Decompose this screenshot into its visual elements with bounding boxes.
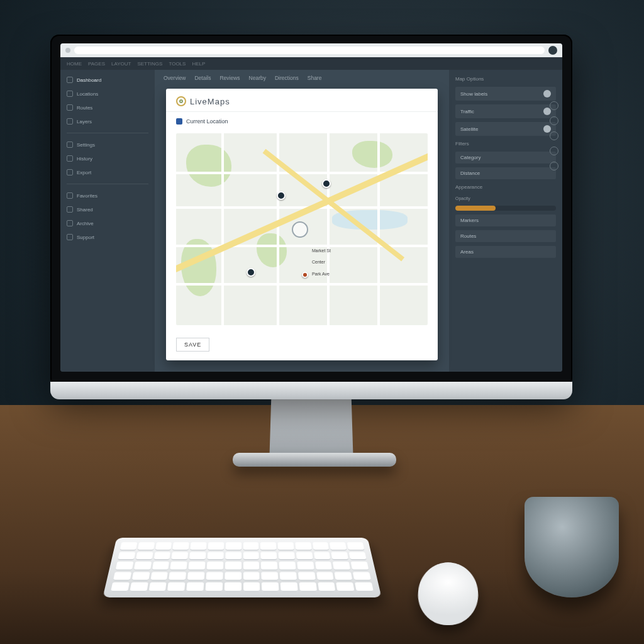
content-tabs: Overview Details Reviews Nearby Directio… [155, 70, 449, 85]
right-icon-rail [550, 101, 558, 170]
coffee-mug [525, 497, 619, 597]
map-center-icon [292, 221, 308, 238]
map-pin-icon[interactable] [247, 268, 255, 277]
sidebar-item[interactable]: Support [67, 232, 148, 242]
top-nav-item[interactable]: TOOLS [169, 61, 186, 67]
sidebar-item[interactable]: Layers [67, 116, 148, 126]
panel-row[interactable]: Areas [455, 246, 556, 258]
right-panel: Map Options Show labels Traffic Satellit… [449, 70, 562, 372]
tool-icon[interactable] [550, 162, 558, 170]
top-nav-item[interactable]: SETTINGS [137, 61, 162, 67]
panel-row[interactable]: Markers [455, 214, 556, 226]
square-icon [67, 77, 73, 83]
tool-icon[interactable] [550, 147, 558, 155]
tab[interactable]: Directions [275, 75, 299, 81]
square-icon [67, 220, 73, 226]
panel-section-header: Filters [455, 140, 556, 148]
profile-avatar[interactable] [548, 46, 557, 55]
save-button[interactable]: SAVE [176, 338, 209, 352]
map-canvas[interactable]: Market St Center Park Ave [176, 133, 428, 325]
tab[interactable]: Share [308, 75, 322, 81]
map-pin-icon[interactable] [302, 272, 308, 278]
divider [67, 184, 148, 184]
panel-row[interactable]: Show labels [455, 87, 556, 101]
folder-icon [176, 118, 182, 125]
top-nav-item[interactable]: HOME [67, 61, 82, 67]
monitor-stand-base [233, 453, 396, 467]
top-nav-item[interactable]: LAYOUT [111, 61, 131, 67]
square-icon [67, 104, 73, 111]
square-icon [67, 91, 73, 97]
card-header: LiveMaps [166, 89, 438, 112]
brand-logo-icon [176, 96, 186, 106]
map-label: Park Ave [312, 272, 330, 277]
square-icon [67, 118, 73, 125]
window-control-icon[interactable] [65, 48, 70, 53]
brand-name: LiveMaps [190, 97, 230, 106]
top-nav: HOME PAGES LAYOUT SETTINGS TOOLS HELP [60, 57, 562, 70]
sidebar-item[interactable]: Favorites [67, 191, 148, 201]
tab[interactable]: Nearby [249, 75, 266, 81]
top-nav-item[interactable]: HELP [192, 61, 205, 67]
screen: HOME PAGES LAYOUT SETTINGS TOOLS HELP Da… [60, 43, 562, 372]
map-pin-icon[interactable] [277, 191, 286, 200]
sidebar-item[interactable]: Settings [67, 140, 148, 150]
sidebar-item[interactable]: History [67, 153, 148, 164]
tab[interactable]: Details [194, 75, 211, 81]
square-icon [67, 155, 73, 162]
square-icon [67, 234, 73, 240]
panel-section-header: Map Options [455, 75, 556, 83]
sidebar-item[interactable]: Dashboard [67, 75, 148, 85]
main-area: Overview Details Reviews Nearby Directio… [155, 70, 449, 372]
sidebar-item[interactable]: Export [67, 167, 148, 177]
keyboard [103, 538, 381, 597]
panel-row[interactable]: Routes [455, 230, 556, 242]
tool-icon[interactable] [550, 101, 558, 110]
panel-row[interactable]: Traffic [455, 104, 556, 118]
sidebar-item[interactable]: Shared [67, 204, 148, 214]
tool-icon[interactable] [550, 131, 558, 140]
panel-row[interactable]: Distance [455, 167, 556, 179]
monitor-frame: HOME PAGES LAYOUT SETTINGS TOOLS HELP Da… [50, 35, 572, 387]
tab[interactable]: Overview [164, 75, 186, 81]
address-bar[interactable] [74, 47, 545, 54]
browser-chrome [60, 43, 562, 57]
divider [67, 133, 148, 133]
tool-icon[interactable] [550, 116, 558, 125]
panel-row[interactable]: Satellite [455, 122, 556, 136]
sidebar-item[interactable]: Archive [67, 218, 148, 228]
square-icon [67, 169, 73, 175]
sidebar-item[interactable]: Routes [67, 103, 148, 113]
slider-label: Opacity [455, 195, 556, 202]
square-icon [67, 142, 73, 148]
panel-row[interactable]: Category [455, 152, 556, 164]
top-nav-item[interactable]: PAGES [88, 61, 105, 67]
map-card: LiveMaps Current Location [166, 89, 438, 360]
left-sidebar: Dashboard Locations Routes Layers Settin… [60, 70, 155, 372]
monitor-stand [269, 391, 353, 460]
brand: LiveMaps [176, 96, 428, 106]
opacity-slider[interactable] [455, 206, 556, 211]
toggle-icon[interactable] [543, 90, 551, 97]
card-section-title: Current Location [166, 112, 438, 131]
sidebar-item[interactable]: Locations [67, 89, 148, 99]
square-icon [67, 206, 73, 213]
panel-section-header: Appearance [455, 183, 556, 191]
square-icon [67, 192, 73, 199]
map-label: Market St [312, 248, 331, 253]
tab[interactable]: Reviews [219, 75, 240, 81]
map-label: Center [312, 260, 325, 265]
